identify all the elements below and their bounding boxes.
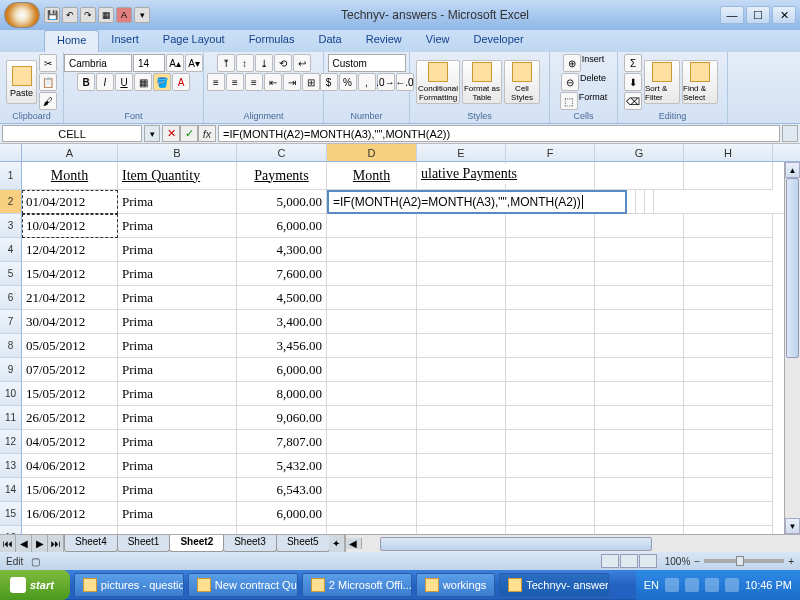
font-name-select[interactable] (64, 54, 132, 72)
cell[interactable] (506, 334, 595, 358)
cell[interactable] (327, 526, 417, 534)
align-left-icon[interactable]: ≡ (207, 73, 225, 91)
column-header[interactable]: C (237, 144, 327, 161)
row-header[interactable]: 11 (0, 406, 22, 430)
cell[interactable] (327, 238, 417, 262)
cell[interactable]: Prima (118, 238, 237, 262)
cell[interactable]: 7,807.00 (237, 430, 327, 454)
formula-input[interactable]: =IF(MONTH(A2)=MONTH(A3),"",MONTH(A2)) (218, 125, 780, 142)
bold-icon[interactable]: B (77, 73, 95, 91)
cell[interactable]: 6,000.00 (237, 214, 327, 238)
cell[interactable] (595, 310, 684, 334)
column-header[interactable]: D (327, 144, 417, 161)
cell[interactable] (684, 502, 773, 526)
sheet-nav-first-icon[interactable]: ⏮ (0, 535, 16, 552)
cell[interactable] (684, 238, 773, 262)
cell[interactable]: 3,400.00 (237, 310, 327, 334)
undo-icon[interactable]: ↶ (62, 7, 78, 23)
zoom-thumb[interactable] (736, 556, 744, 566)
taskbar-button[interactable]: workings (416, 573, 495, 597)
cell[interactable] (595, 238, 684, 262)
cell[interactable] (118, 526, 237, 534)
cell[interactable] (595, 382, 684, 406)
cell[interactable]: 15/06/2012 (22, 478, 118, 502)
cell[interactable]: 04/06/2012 (22, 454, 118, 478)
cell[interactable]: Month (22, 162, 118, 190)
column-header[interactable]: H (684, 144, 773, 161)
cell[interactable] (506, 286, 595, 310)
scroll-left-icon[interactable]: ◀ (346, 538, 362, 549)
cell[interactable] (506, 526, 595, 534)
cell[interactable] (22, 526, 118, 534)
taskbar-button[interactable]: 2 Microsoft Offi... (302, 573, 412, 597)
align-right-icon[interactable]: ≡ (245, 73, 263, 91)
sheet-tab[interactable]: Sheet4 (64, 535, 118, 552)
cell[interactable] (595, 454, 684, 478)
autosum-icon[interactable]: Σ (624, 54, 642, 72)
cell[interactable] (506, 454, 595, 478)
cell[interactable]: Prima (118, 406, 237, 430)
cell[interactable] (595, 214, 684, 238)
cell[interactable]: Prima (118, 478, 237, 502)
cell[interactable] (327, 334, 417, 358)
cell[interactable]: Prima (118, 502, 237, 526)
cell[interactable]: 6,000.00 (237, 358, 327, 382)
cancel-formula-icon[interactable]: ✕ (162, 125, 180, 142)
row-header[interactable]: 3 (0, 214, 22, 238)
cell[interactable] (417, 262, 506, 286)
zoom-level[interactable]: 100% (665, 556, 691, 567)
cell[interactable] (595, 502, 684, 526)
cell[interactable]: 01/04/2012 (22, 190, 118, 214)
row-header[interactable]: 12 (0, 430, 22, 454)
cell[interactable] (417, 286, 506, 310)
align-middle-icon[interactable]: ↕ (236, 54, 254, 72)
tab-insert[interactable]: Insert (99, 30, 151, 52)
taskbar-button[interactable]: New contract Qu... (188, 573, 298, 597)
cell[interactable]: 12/04/2012 (22, 238, 118, 262)
row-header[interactable]: 14 (0, 478, 22, 502)
row-header[interactable]: 6 (0, 286, 22, 310)
row-header[interactable]: 13 (0, 454, 22, 478)
scroll-thumb[interactable] (786, 178, 799, 358)
tray-icon[interactable] (685, 578, 699, 592)
cell[interactable] (684, 262, 773, 286)
cell[interactable]: 07/05/2012 (22, 358, 118, 382)
cell[interactable] (327, 214, 417, 238)
zoom-slider[interactable] (704, 559, 784, 563)
row-header[interactable]: 4 (0, 238, 22, 262)
office-button[interactable] (4, 2, 40, 28)
sheet-nav-prev-icon[interactable]: ◀ (16, 535, 32, 552)
cell[interactable]: 9,060.00 (237, 406, 327, 430)
cell[interactable]: 30/04/2012 (22, 310, 118, 334)
cell[interactable] (684, 478, 773, 502)
cell[interactable] (684, 526, 773, 534)
italic-icon[interactable]: I (96, 73, 114, 91)
qat-icon[interactable]: A (116, 7, 132, 23)
cell[interactable] (506, 238, 595, 262)
cell[interactable] (684, 358, 773, 382)
column-header[interactable]: G (595, 144, 684, 161)
cell[interactable] (327, 406, 417, 430)
cell[interactable] (654, 190, 800, 214)
cell[interactable]: Prima (118, 286, 237, 310)
system-tray[interactable]: EN 10:46 PM (636, 570, 800, 600)
sheet-nav-next-icon[interactable]: ▶ (32, 535, 48, 552)
cell[interactable] (327, 310, 417, 334)
cell[interactable]: Prima (118, 358, 237, 382)
horizontal-scrollbar[interactable]: ◀ (345, 535, 800, 552)
cell[interactable] (595, 334, 684, 358)
cell[interactable]: 04/05/2012 (22, 430, 118, 454)
cell-styles-button[interactable]: Cell Styles (504, 60, 540, 104)
close-button[interactable]: ✕ (772, 6, 796, 24)
cell[interactable] (237, 526, 327, 534)
cell[interactable]: 6,000.00 (237, 502, 327, 526)
cell[interactable] (417, 238, 506, 262)
cell[interactable] (417, 214, 506, 238)
cell[interactable] (327, 478, 417, 502)
page-break-view-icon[interactable] (639, 554, 657, 568)
vertical-scrollbar[interactable]: ▲ ▼ (784, 162, 800, 534)
expand-formula-bar-icon[interactable] (782, 125, 798, 142)
sheet-tab[interactable]: Sheet1 (117, 535, 171, 552)
cell[interactable]: Prima (118, 382, 237, 406)
fill-icon[interactable]: ⬇ (624, 73, 642, 91)
